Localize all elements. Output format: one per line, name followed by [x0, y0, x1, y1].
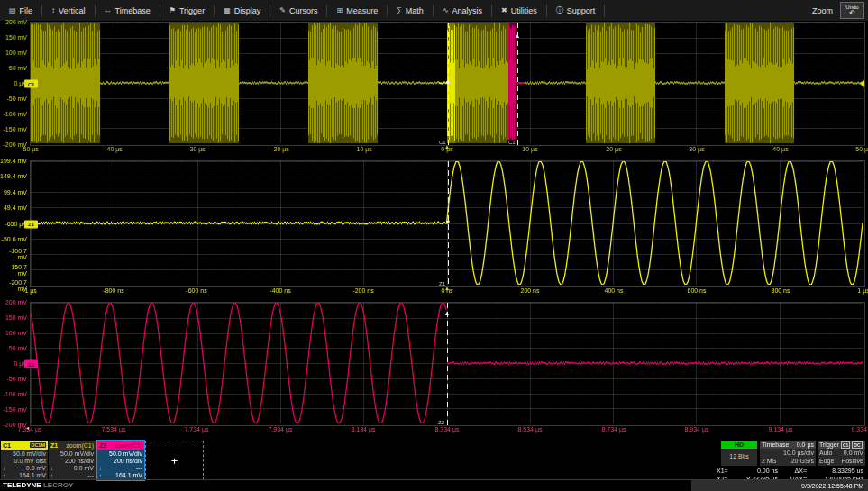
plot-area-1[interactable]: ▼Z1Z1 [30, 160, 865, 287]
cursor-label: Z2 [437, 420, 445, 425]
add-trace-button[interactable]: + [145, 441, 204, 480]
y-tick-label: -50 mV [0, 95, 27, 102]
x-tick-label: -50 µs [21, 146, 39, 152]
z2-min-row: ↓--- [99, 465, 142, 472]
y-tick-label: 99.4 mV [0, 189, 27, 195]
x-tick-label: 8.934 µs [685, 426, 709, 432]
down-arrow-icon: ↓ [50, 465, 53, 472]
analysis-icon: ∿ [443, 6, 449, 14]
hd-bits: 12 Bits [721, 449, 757, 465]
timebase-memory-row: 2 MS 20 GS/s [760, 457, 816, 465]
menu-item-analysis[interactable]: ∿Analysis [434, 5, 492, 17]
trigger-level-marker[interactable] [860, 80, 864, 87]
dx-label: ΔX= [778, 467, 807, 475]
timebase-samplerate: 20 GS/s [791, 457, 814, 465]
z2-label: Z2 [99, 442, 106, 449]
cursor-label: C1 [507, 140, 516, 145]
x-tick-label: 40 µs [772, 146, 788, 152]
panel-z2-zoom[interactable]: ▲Z2Z2200 mV150 mV100 mV50 mV0 µV-50 mV-1… [0, 302, 868, 437]
cursor-z1[interactable]: ▼Z1 [448, 161, 449, 286]
undo-button[interactable]: Undo↶ [840, 2, 864, 19]
cursor-c1[interactable]: ▲C1 [517, 23, 518, 145]
plot-area-0[interactable]: ▼C1▲C1C1 [30, 22, 865, 146]
y-tick-label: -100 mV [0, 391, 27, 397]
dx-value: 8.33295 us [807, 467, 863, 475]
cursor-c1[interactable]: ▼C1 [448, 23, 449, 145]
panel-z1-zoom[interactable]: ▼Z1Z1199.4 mV149.4 mV99.4 mV49.4 mV-650 … [0, 160, 868, 298]
y-tick-label: -50.6 mV [0, 236, 27, 242]
x-tick-label: 30 µs [689, 146, 704, 152]
trigger-type: Edge [819, 457, 834, 465]
menu-item-utilities[interactable]: ✖Utilities [492, 5, 547, 17]
y-tick-label: 199.4 mV [0, 158, 27, 164]
x-tick-label: 8.334 µs [435, 426, 460, 432]
x-tick-label: 8.534 µs [518, 426, 543, 432]
menu-item-trigger[interactable]: ⚑Trigger [160, 5, 215, 17]
trace-descriptor-z1[interactable]: Z1 zoom(C1) 50.0 mV/div 200 ns/div ↓0.0 … [49, 441, 96, 479]
y-tick-label: 0 µV [0, 80, 27, 86]
x-tick-label: -10 µs [354, 146, 372, 152]
y-tick-label: -100 mV [0, 111, 27, 117]
x-tick-label: 20 µs [606, 146, 621, 152]
trigger-slope: Positive [841, 457, 863, 465]
trigger-position-icon[interactable]: ▲ [444, 144, 450, 150]
y-tick-label: 50 mV [0, 65, 27, 71]
plot-area-2[interactable]: ▲Z2Z2 [30, 302, 865, 426]
y-tick-label: -150.7 mV [0, 264, 27, 277]
z1-descriptor-header: Z1 zoom(C1) [49, 441, 96, 450]
trigger-icon: ⚑ [169, 6, 176, 14]
trigger-level: 0.0 mV [844, 449, 863, 457]
hd-mode-box[interactable]: HD 12 Bits [721, 441, 757, 466]
x-tick-label: -40 µs [105, 146, 123, 152]
panel-c1-burst[interactable]: ▼C1▲C1C1200 mV150 mV100 mV50 mV0 µV-50 m… [0, 22, 868, 157]
x-tick-label: -20 µs [271, 146, 289, 152]
up-arrow-icon: ↑ [3, 472, 5, 479]
cursors-icon: ✎ [279, 6, 286, 14]
x-tick-label: -400 ns [270, 287, 290, 294]
down-arrow-icon: ↓ [3, 465, 5, 472]
z2-tdiv: 200 ns/div [99, 458, 142, 465]
trace-descriptor-z2-selected[interactable]: Z2 zoom(C1) 50.0 mV/div 200 ns/div ↓--- … [96, 440, 145, 481]
x-tick-label: -1 µs [23, 287, 37, 294]
timebase-icon: ↔ [105, 6, 112, 14]
channel-descriptor-c1[interactable]: C1 DC1M 50.0 mV/div 0.0 mV ofst ↓0.0 mV … [1, 441, 48, 479]
trigger-position-icon[interactable]: ▲ [444, 286, 450, 291]
cursor-z2[interactable]: ▲Z2 [447, 303, 448, 425]
timebase-box[interactable]: Timebase 0.0 µs 10.0 µs/div 2 MS 20 GS/s [760, 441, 816, 466]
timebase-scale: 10.0 µs/div [760, 449, 816, 457]
hd-title: HD [721, 441, 757, 449]
math-icon: ∑ [397, 6, 402, 14]
zoom-mode-label: Zoom [812, 6, 833, 15]
trigger-mode-row: Auto 0.0 mV [818, 449, 865, 457]
x1-label: X1= [717, 467, 735, 475]
y-tick-label: -150 mV [0, 406, 27, 413]
undo-icon: ↶ [849, 10, 855, 16]
timebase-header: Timebase 0.0 µs [760, 441, 816, 449]
y-tick-label: 49.4 mV [0, 205, 27, 211]
trigger-box[interactable]: Trigger C1 DC Auto 0.0 mV Edge Positive [818, 441, 865, 466]
menu-item-display[interactable]: ▦Display [215, 5, 270, 17]
menu-item-cursors[interactable]: ✎Cursors [270, 5, 327, 17]
menu-item-measure[interactable]: ⊞Measure [327, 5, 388, 17]
c1-offset: 0.0 mV ofst [3, 458, 46, 465]
y-tick-label: 100 mV [0, 330, 27, 336]
menu-bar: ▤File↕Vertical↔Timebase⚑Trigger▦Display✎… [0, 0, 868, 22]
x-tick-label: 1 µs [857, 287, 868, 294]
z1-label: Z1 [50, 442, 58, 449]
z2-max-row: ↑164.1 mV [99, 472, 142, 479]
vertical-icon: ↕ [51, 6, 55, 14]
menu-item-support[interactable]: ⓘSupport [547, 5, 606, 17]
trigger-offscreen-left-icon: ◄ [25, 425, 30, 432]
y-tick-label: 150 mV [0, 314, 27, 321]
trigger-type-row: Edge Positive [818, 457, 865, 465]
z2-source: zoom(C1) [114, 442, 142, 449]
x1-value: 0.00 ns [735, 467, 778, 475]
menu-item-file[interactable]: ▤File [0, 5, 42, 17]
menu-item-timebase[interactable]: ↔Timebase [96, 5, 160, 17]
y-tick-label: 100 mV [0, 50, 27, 56]
menu-item-vertical[interactable]: ↕Vertical [42, 5, 96, 17]
trigger-mode: Auto [819, 449, 832, 457]
menu-item-math[interactable]: ∑Math [388, 5, 434, 17]
x-tick-label: 800 ns [771, 287, 790, 294]
x-tick-label: 9.334 µs [852, 426, 868, 432]
